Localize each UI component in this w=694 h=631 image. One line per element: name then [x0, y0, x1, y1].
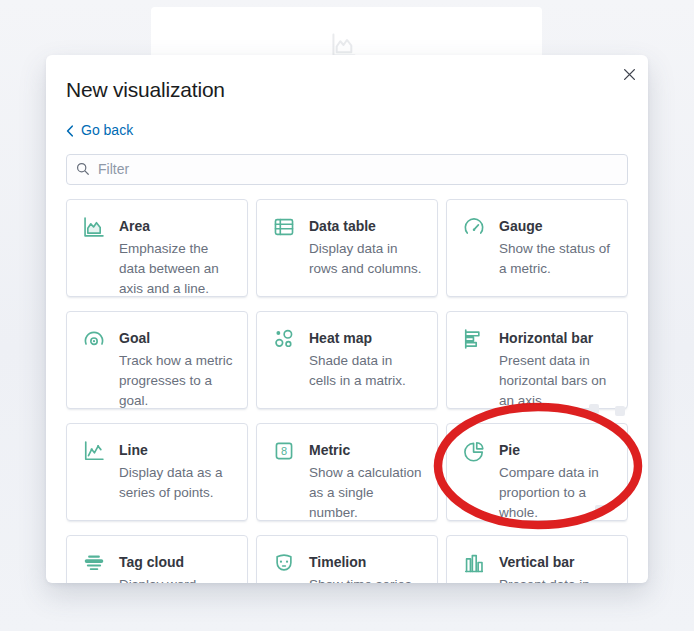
viz-card-description: Display data as a series of points. — [119, 463, 233, 503]
viz-card-description: Show a calculation as a single number. — [309, 463, 423, 523]
goal-icon — [83, 328, 107, 350]
viz-card-title: Timelion — [309, 553, 423, 572]
tag-cloud-icon — [83, 552, 107, 574]
viz-card-horizontal-bar[interactable]: Horizontal bar Present data in horizonta… — [446, 311, 628, 409]
viz-card-heat-map[interactable]: Heat map Shade data in cells in a matrix… — [256, 311, 438, 409]
viz-card-title: Horizontal bar — [499, 329, 613, 348]
viz-card-title: Heat map — [309, 329, 423, 348]
viz-card-title: Gauge — [499, 217, 613, 236]
viz-card-title: Goal — [119, 329, 233, 348]
viz-card-description: Track how a metric progresses to a goal. — [119, 351, 233, 411]
viz-card-title: Line — [119, 441, 233, 460]
line-icon — [83, 440, 107, 462]
viz-card-description: Display word frequency with font size. — [119, 575, 233, 584]
viz-card-area[interactable]: Area Emphasize the data between an axis … — [66, 199, 248, 297]
viz-card-gauge[interactable]: Gauge Show the status of a metric. — [446, 199, 628, 297]
viz-card-description: Present data in horizontal bars on an ax… — [499, 351, 613, 411]
viz-card-description: Display data in rows and columns. — [309, 239, 423, 279]
artifact-square — [615, 406, 625, 416]
viz-card-title: Vertical bar — [499, 553, 613, 572]
data-table-icon — [273, 216, 297, 238]
metric-icon: 8 — [273, 440, 297, 462]
viz-card-title: Pie — [499, 441, 613, 460]
new-visualization-modal: New visualization Go back Area Emphas — [46, 55, 648, 583]
pie-icon — [463, 440, 487, 462]
viz-card-tag-cloud[interactable]: Tag cloud Display word frequency with fo… — [66, 535, 248, 584]
viz-card-goal[interactable]: Goal Track how a metric progresses to a … — [66, 311, 248, 409]
viz-card-description: Show the status of a metric. — [499, 239, 613, 279]
go-back-label: Go back — [81, 121, 133, 140]
viz-grid: Area Emphasize the data between an axis … — [66, 199, 628, 584]
viz-card-data-table[interactable]: Data table Display data in rows and colu… — [256, 199, 438, 297]
filter-input[interactable] — [66, 154, 628, 185]
gauge-icon — [463, 216, 487, 238]
svg-text:8: 8 — [281, 445, 287, 457]
viz-card-title: Area — [119, 217, 233, 236]
vertical-bar-icon — [463, 552, 487, 574]
timelion-icon — [273, 552, 297, 574]
viz-card-timelion[interactable]: Timelion Show time series data on a grap… — [256, 535, 438, 584]
heat-map-icon — [273, 328, 297, 350]
viz-card-description: Show time series data on a graph. — [309, 575, 423, 584]
go-back-link[interactable]: Go back — [66, 121, 133, 140]
viz-card-line[interactable]: Line Display data as a series of points. — [66, 423, 248, 521]
viz-card-description: Emphasize the data between an axis and a… — [119, 239, 233, 299]
viz-card-description: Shade data in cells in a matrix. — [309, 351, 423, 391]
viz-card-title: Metric — [309, 441, 423, 460]
viz-card-title: Tag cloud — [119, 553, 233, 572]
area-icon — [83, 216, 107, 238]
chevron-left-icon — [66, 125, 74, 137]
viz-card-description: Present data in vertical bars on an axis… — [499, 575, 613, 584]
modal-title: New visualization — [66, 77, 628, 103]
artifact-square — [595, 505, 605, 515]
viz-card-vertical-bar[interactable]: Vertical bar Present data in vertical ba… — [446, 535, 628, 584]
viz-card-metric[interactable]: 8 Metric Show a calculation as a single … — [256, 423, 438, 521]
horizontal-bar-icon — [463, 328, 487, 350]
viz-card-title: Data table — [309, 217, 423, 236]
artifact-square — [589, 404, 599, 414]
